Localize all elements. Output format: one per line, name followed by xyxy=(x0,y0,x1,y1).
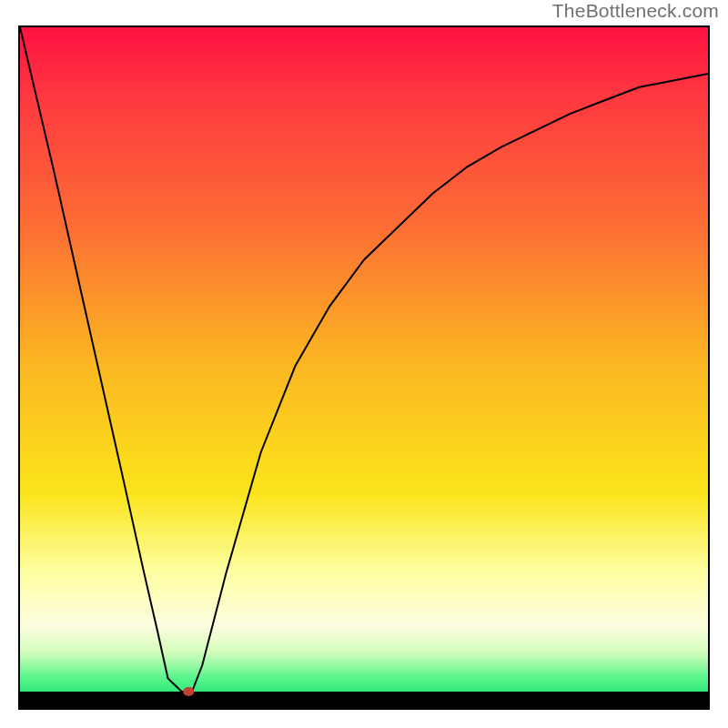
plot-frame xyxy=(18,25,710,710)
watermark-text: TheBottleneck.com xyxy=(552,0,719,22)
chart-container: TheBottleneck.com xyxy=(0,0,728,728)
gradient-background xyxy=(20,27,708,692)
